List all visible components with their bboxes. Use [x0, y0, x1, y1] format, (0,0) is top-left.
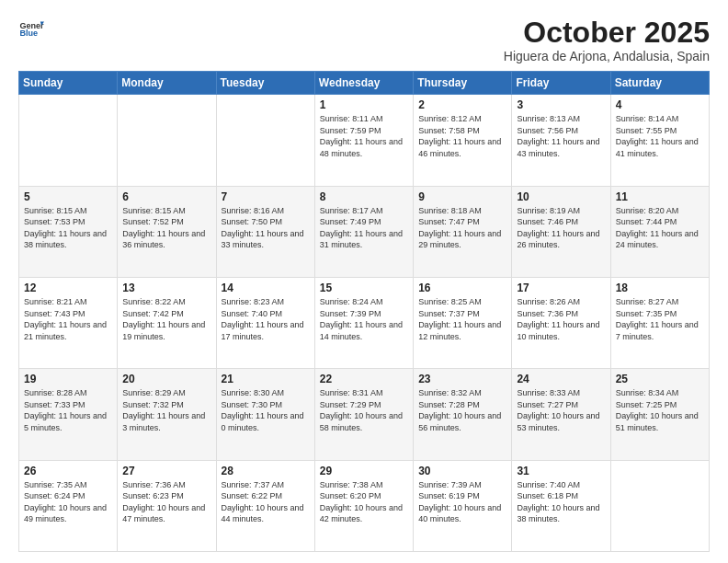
day-info: Sunrise: 7:40 AM Sunset: 6:18 PM Dayligh… [517, 479, 605, 525]
day-info: Sunrise: 8:19 AM Sunset: 7:46 PM Dayligh… [517, 205, 605, 251]
col-tuesday: Tuesday [216, 72, 314, 95]
calendar-cell: 11Sunrise: 8:20 AM Sunset: 7:44 PM Dayli… [610, 186, 709, 277]
calendar-cell: 6Sunrise: 8:15 AM Sunset: 7:52 PM Daylig… [118, 186, 216, 277]
calendar-cell: 8Sunrise: 8:17 AM Sunset: 7:49 PM Daylig… [314, 186, 413, 277]
day-number: 24 [517, 373, 605, 385]
day-number: 21 [222, 373, 310, 385]
calendar-cell: 15Sunrise: 8:24 AM Sunset: 7:39 PM Dayli… [314, 277, 413, 368]
title-block: October 2025 Higuera de Arjona, Andalusi… [504, 17, 710, 63]
page: General Blue October 2025 Higuera de Arj… [0, 0, 728, 563]
day-number: 4 [616, 98, 704, 111]
day-number: 11 [616, 190, 704, 203]
day-info: Sunrise: 8:28 AM Sunset: 7:33 PM Dayligh… [24, 387, 112, 433]
day-info: Sunrise: 8:32 AM Sunset: 7:28 PM Dayligh… [418, 387, 506, 433]
day-number: 23 [418, 373, 506, 385]
day-number: 29 [320, 465, 408, 477]
calendar-cell: 26Sunrise: 7:35 AM Sunset: 6:24 PM Dayli… [19, 460, 118, 551]
day-info: Sunrise: 7:38 AM Sunset: 6:20 PM Dayligh… [320, 479, 408, 525]
day-number: 7 [222, 190, 310, 203]
day-info: Sunrise: 8:12 AM Sunset: 7:58 PM Dayligh… [418, 113, 506, 159]
day-info: Sunrise: 7:36 AM Sunset: 6:23 PM Dayligh… [122, 479, 210, 525]
calendar-cell: 13Sunrise: 8:22 AM Sunset: 7:42 PM Dayli… [118, 277, 216, 368]
calendar-cell [216, 95, 314, 186]
day-info: Sunrise: 8:25 AM Sunset: 7:37 PM Dayligh… [418, 296, 506, 342]
day-number: 1 [320, 98, 408, 111]
day-number: 18 [616, 282, 704, 294]
day-info: Sunrise: 7:39 AM Sunset: 6:19 PM Dayligh… [418, 479, 506, 525]
day-number: 22 [320, 373, 408, 385]
day-info: Sunrise: 8:30 AM Sunset: 7:30 PM Dayligh… [222, 387, 310, 433]
day-number: 5 [24, 190, 112, 203]
day-number: 12 [24, 282, 112, 294]
day-number: 2 [418, 98, 506, 111]
day-number: 9 [418, 190, 506, 203]
calendar-week-0: 1Sunrise: 8:11 AM Sunset: 7:59 PM Daylig… [19, 95, 710, 186]
day-info: Sunrise: 7:37 AM Sunset: 6:22 PM Dayligh… [222, 479, 310, 525]
calendar-cell: 16Sunrise: 8:25 AM Sunset: 7:37 PM Dayli… [414, 277, 512, 368]
day-info: Sunrise: 8:21 AM Sunset: 7:43 PM Dayligh… [24, 296, 112, 342]
day-number: 14 [222, 282, 310, 294]
day-info: Sunrise: 8:22 AM Sunset: 7:42 PM Dayligh… [122, 296, 210, 342]
calendar: Sunday Monday Tuesday Wednesday Thursday… [18, 71, 710, 552]
month-title: October 2025 [504, 17, 710, 49]
col-friday: Friday [512, 72, 610, 95]
calendar-cell: 17Sunrise: 8:26 AM Sunset: 7:36 PM Dayli… [512, 277, 610, 368]
calendar-cell: 28Sunrise: 7:37 AM Sunset: 6:22 PM Dayli… [216, 460, 314, 551]
day-info: Sunrise: 8:16 AM Sunset: 7:50 PM Dayligh… [222, 205, 310, 251]
calendar-cell: 14Sunrise: 8:23 AM Sunset: 7:40 PM Dayli… [216, 277, 314, 368]
location: Higuera de Arjona, Andalusia, Spain [504, 49, 710, 63]
day-number: 17 [517, 282, 605, 294]
day-number: 28 [222, 465, 310, 477]
calendar-cell: 18Sunrise: 8:27 AM Sunset: 7:35 PM Dayli… [610, 277, 709, 368]
calendar-cell [19, 95, 118, 186]
calendar-cell: 29Sunrise: 7:38 AM Sunset: 6:20 PM Dayli… [314, 460, 413, 551]
calendar-cell: 31Sunrise: 7:40 AM Sunset: 6:18 PM Dayli… [512, 460, 610, 551]
day-info: Sunrise: 8:33 AM Sunset: 7:27 PM Dayligh… [517, 387, 605, 433]
calendar-cell: 21Sunrise: 8:30 AM Sunset: 7:30 PM Dayli… [216, 369, 314, 460]
day-number: 31 [517, 465, 605, 477]
calendar-cell: 24Sunrise: 8:33 AM Sunset: 7:27 PM Dayli… [512, 369, 610, 460]
calendar-cell: 1Sunrise: 8:11 AM Sunset: 7:59 PM Daylig… [314, 95, 413, 186]
calendar-cell [118, 95, 216, 186]
day-number: 13 [122, 282, 210, 294]
calendar-cell: 3Sunrise: 8:13 AM Sunset: 7:56 PM Daylig… [512, 95, 610, 186]
calendar-cell: 20Sunrise: 8:29 AM Sunset: 7:32 PM Dayli… [118, 369, 216, 460]
svg-text:Blue: Blue [19, 29, 38, 38]
logo-icon: General Blue [18, 17, 44, 42]
calendar-cell: 27Sunrise: 7:36 AM Sunset: 6:23 PM Dayli… [118, 460, 216, 551]
day-number: 26 [24, 465, 112, 477]
calendar-cell: 10Sunrise: 8:19 AM Sunset: 7:46 PM Dayli… [512, 186, 610, 277]
calendar-cell: 9Sunrise: 8:18 AM Sunset: 7:47 PM Daylig… [414, 186, 512, 277]
calendar-cell [610, 460, 709, 551]
day-info: Sunrise: 8:24 AM Sunset: 7:39 PM Dayligh… [320, 296, 408, 342]
day-info: Sunrise: 8:15 AM Sunset: 7:53 PM Dayligh… [24, 205, 112, 251]
calendar-cell: 23Sunrise: 8:32 AM Sunset: 7:28 PM Dayli… [414, 369, 512, 460]
calendar-cell: 4Sunrise: 8:14 AM Sunset: 7:55 PM Daylig… [610, 95, 709, 186]
calendar-cell: 12Sunrise: 8:21 AM Sunset: 7:43 PM Dayli… [19, 277, 118, 368]
day-info: Sunrise: 8:14 AM Sunset: 7:55 PM Dayligh… [616, 113, 704, 159]
calendar-header-row: Sunday Monday Tuesday Wednesday Thursday… [19, 72, 710, 95]
day-info: Sunrise: 8:26 AM Sunset: 7:36 PM Dayligh… [517, 296, 605, 342]
day-info: Sunrise: 8:13 AM Sunset: 7:56 PM Dayligh… [517, 113, 605, 159]
day-info: Sunrise: 7:35 AM Sunset: 6:24 PM Dayligh… [24, 479, 112, 525]
day-number: 15 [320, 282, 408, 294]
calendar-week-3: 19Sunrise: 8:28 AM Sunset: 7:33 PM Dayli… [19, 369, 710, 460]
calendar-week-1: 5Sunrise: 8:15 AM Sunset: 7:53 PM Daylig… [19, 186, 710, 277]
day-info: Sunrise: 8:11 AM Sunset: 7:59 PM Dayligh… [320, 113, 408, 159]
calendar-cell: 30Sunrise: 7:39 AM Sunset: 6:19 PM Dayli… [414, 460, 512, 551]
col-thursday: Thursday [414, 72, 512, 95]
col-monday: Monday [118, 72, 216, 95]
day-number: 6 [122, 190, 210, 203]
calendar-cell: 2Sunrise: 8:12 AM Sunset: 7:58 PM Daylig… [414, 95, 512, 186]
calendar-cell: 19Sunrise: 8:28 AM Sunset: 7:33 PM Dayli… [19, 369, 118, 460]
calendar-cell: 7Sunrise: 8:16 AM Sunset: 7:50 PM Daylig… [216, 186, 314, 277]
col-sunday: Sunday [19, 72, 118, 95]
day-info: Sunrise: 8:27 AM Sunset: 7:35 PM Dayligh… [616, 296, 704, 342]
col-saturday: Saturday [610, 72, 709, 95]
day-info: Sunrise: 8:23 AM Sunset: 7:40 PM Dayligh… [222, 296, 310, 342]
day-info: Sunrise: 8:15 AM Sunset: 7:52 PM Dayligh… [122, 205, 210, 251]
calendar-cell: 25Sunrise: 8:34 AM Sunset: 7:25 PM Dayli… [610, 369, 709, 460]
day-number: 3 [517, 98, 605, 111]
logo: General Blue [18, 17, 44, 42]
day-number: 16 [418, 282, 506, 294]
